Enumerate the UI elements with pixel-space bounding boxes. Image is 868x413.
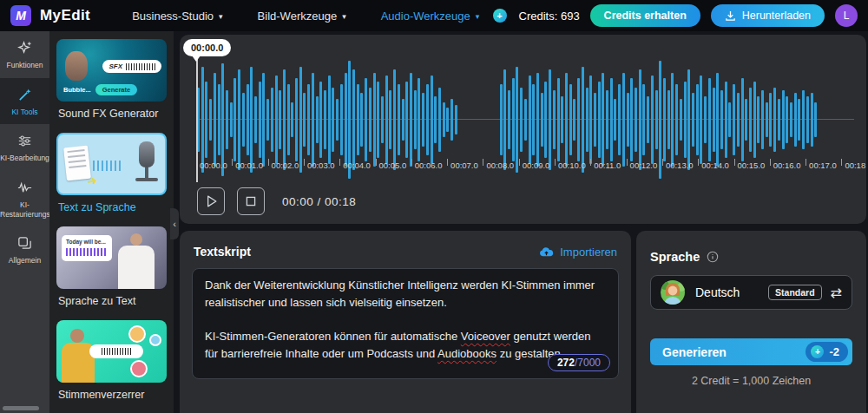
playhead-time-tooltip[interactable]: 00:00.0 — [183, 39, 231, 56]
voice-avatar-dot — [128, 325, 146, 343]
chevron-down-icon: ▾ — [219, 12, 223, 21]
main-area: 00:00.0 00:00.000:01.000:02.000:03.000:0… — [178, 31, 868, 413]
generate-button[interactable]: Generieren + -2 — [650, 338, 852, 365]
timeline-tick-label: 00:14.0 — [701, 161, 729, 170]
cloud-upload-icon — [539, 246, 554, 258]
get-credits-button[interactable]: Credits erhalten — [590, 4, 700, 27]
timeline-tick-label: 00:17.0 — [809, 161, 837, 170]
timeline-tick-label: 00:04.0 — [343, 161, 371, 170]
waveform-glyph — [66, 248, 108, 256]
sidebar-item-ki-bearbeitung[interactable]: KI-Bearbeitung — [0, 124, 49, 171]
timeline-tick-label: 00:13.0 — [666, 161, 694, 170]
sfx-waveform-pill: SFX — [102, 60, 161, 73]
arrow-icon: ➜ — [87, 174, 99, 188]
timeline-tick-label: 00:18.0 — [845, 161, 866, 170]
tool-label-sound-fx-generator[interactable]: Sound FX Generator — [58, 108, 167, 120]
timeline-tick-label: 00:12.0 — [630, 161, 658, 170]
layers-copy-icon — [16, 235, 33, 252]
credits-coin-icon: + — [493, 9, 507, 23]
timeline-tick-label: 00:03.0 — [307, 161, 335, 170]
sidebar-item-ki-restaurierungstool[interactable]: KI-Restaurierungstool — [0, 171, 49, 226]
waveform-glyph — [93, 161, 121, 171]
left-sidebar: Funktionen KI Tools KI-Bearbeitung KI-Re… — [0, 31, 49, 413]
time-display: 00:00 / 00:18 — [282, 195, 356, 208]
top-navbar: M MyEdit Business-Studio ▾ Bild-Werkzeug… — [0, 0, 868, 31]
timeline-tick-label: 00:08.0 — [486, 161, 514, 170]
script-text-content: Dank der Weiterentwicklung Künstlicher I… — [205, 277, 606, 364]
sprache-panel: Sprache D — [636, 231, 866, 413]
chevron-down-icon: ▾ — [476, 12, 480, 21]
app-title[interactable]: MyEdit — [40, 7, 90, 24]
tool-label-text-zu-sprache[interactable]: Text zu Sprache — [58, 201, 167, 213]
chevron-down-icon: ▾ — [342, 12, 346, 21]
voice-avatar-dot — [130, 360, 148, 377]
tool-card-sound-fx-generator[interactable]: SFX Bubble... Generate — [56, 39, 167, 102]
sparkle-plus-icon — [16, 40, 33, 56]
topbar-right: + Credits: 693 Credits erhalten Herunter… — [493, 4, 858, 27]
tool-label-sprache-zu-text[interactable]: Sprache zu Text — [58, 295, 167, 307]
swap-voice-icon[interactable]: ⇄ — [831, 285, 842, 301]
timeline-tick-label: 00:09.0 — [523, 161, 550, 170]
myedit-logo-icon[interactable]: M — [10, 5, 31, 26]
microphone-illustration — [139, 141, 155, 167]
download-button[interactable]: Herunterladen — [711, 4, 825, 27]
generate-pill: Generate — [95, 84, 138, 95]
textskript-panel: Textskript Importieren Dank der Weiteren… — [180, 231, 631, 413]
sidebar-item-funktionen[interactable]: Funktionen — [0, 31, 49, 78]
playhead-line[interactable] — [196, 59, 198, 182]
waveform-player-panel: 00:00.0 00:00.000:01.000:02.000:03.000:0… — [180, 35, 866, 224]
credit-rate-note: 2 Credit = 1,000 Zeichen — [650, 375, 852, 387]
sidebar-item-ki-tools[interactable]: KI Tools — [0, 78, 49, 125]
tooltip-pointer — [192, 56, 201, 62]
timeline-tick-label: 00:01.0 — [235, 161, 263, 170]
timeline-tick-label: 00:05.0 — [379, 161, 407, 170]
transport-controls: 00:00 / 00:18 — [197, 187, 356, 215]
timeline-tick-label: 00:02.0 — [272, 161, 299, 170]
timeline-tick-label: 00:07.0 — [450, 161, 478, 170]
tool-label-stimmenverzerrer[interactable]: Stimmenverzerrer — [58, 389, 167, 401]
import-button[interactable]: Importieren — [539, 246, 617, 259]
user-avatar[interactable]: L — [835, 4, 858, 27]
sidebar-item-allgemein[interactable]: Allgemein — [0, 226, 49, 273]
main-nav: Business-Studio ▾ Bild-Werkzeuge ▾ Audio… — [132, 10, 479, 23]
timeline-tick-label: 00:11.0 — [594, 161, 621, 170]
tool-card-sprache-zu-text[interactable]: Today will be... — [56, 226, 167, 289]
stop-button[interactable] — [237, 187, 265, 215]
waveform-glyph — [126, 63, 155, 70]
character-counter: 272/7000 — [548, 354, 610, 371]
presenter-photo — [130, 233, 142, 246]
collapse-panel-handle[interactable]: ‹ — [170, 208, 179, 239]
voice-avatar — [661, 280, 685, 305]
credits-count: Credits: 693 — [519, 10, 580, 23]
nav-business-studio[interactable]: Business-Studio ▾ — [132, 10, 222, 23]
sprache-title: Sprache — [650, 250, 700, 264]
info-icon[interactable] — [707, 251, 719, 263]
timeline-tick-label: 00:00.0 — [200, 161, 227, 170]
waveform-glyph — [102, 348, 131, 355]
voice-name: Deutsch — [695, 285, 768, 299]
play-icon — [202, 193, 220, 210]
magic-wand-icon — [16, 87, 33, 103]
underwater-photo — [65, 51, 88, 81]
script-text-input[interactable]: Dank der Weiterentwicklung Künstlicher I… — [192, 268, 619, 379]
play-button[interactable] — [197, 187, 225, 215]
voice-tier-badge: Standard — [768, 285, 822, 300]
audio-restore-icon — [16, 180, 33, 196]
tool-card-stimmenverzerrer[interactable] — [56, 320, 167, 383]
voice-avatar-dot — [149, 334, 161, 346]
credit-cost-pill: + -2 — [806, 342, 848, 362]
horizontal-scrollbar-thumb[interactable] — [3, 406, 39, 410]
tool-list-panel: SFX Bubble... Generate Sound FX Generato… — [49, 31, 174, 413]
voice-selector[interactable]: Deutsch Standard ⇄ — [650, 275, 852, 310]
myedit-app: M MyEdit Business-Studio ▾ Bild-Werkzeug… — [0, 0, 868, 413]
credits-coin-icon: + — [811, 345, 824, 358]
speaker-photo — [70, 329, 84, 343]
timeline-ruler[interactable]: 00:00.000:01.000:02.000:03.000:04.000:05… — [180, 159, 866, 178]
nav-bild-werkzeuge[interactable]: Bild-Werkzeuge ▾ — [258, 10, 346, 23]
timeline-tick-label: 00:10.0 — [558, 161, 586, 170]
timeline-tick-label: 00:06.0 — [415, 161, 443, 170]
nav-audio-werkzeuge[interactable]: Audio-Werkzeuge ▾ — [381, 10, 480, 23]
tool-card-text-zu-sprache[interactable]: ➜ — [56, 133, 167, 195]
timeline-tick-label: 00:16.0 — [773, 161, 801, 170]
sliders-icon — [16, 133, 33, 149]
